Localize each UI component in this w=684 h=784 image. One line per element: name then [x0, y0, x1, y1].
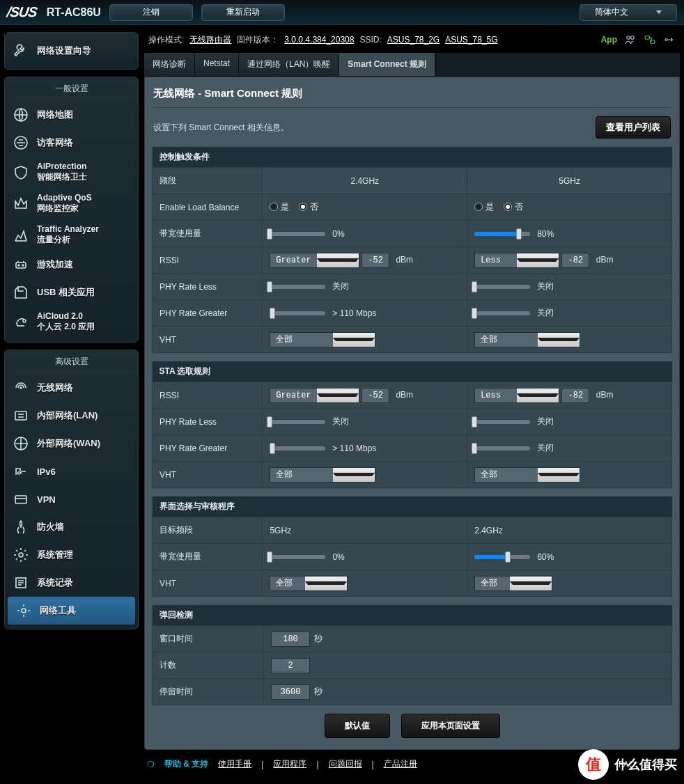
- sidebar-icon: [12, 256, 30, 274]
- radio-no[interactable]: 否: [504, 201, 523, 213]
- select[interactable]: 全部: [474, 576, 552, 591]
- sidebar-icon: [12, 407, 30, 425]
- slider[interactable]: 关闭: [270, 281, 349, 292]
- footer-apps[interactable]: 应用程序: [273, 758, 306, 770]
- sidebar-icon: [12, 518, 30, 536]
- sidebar-item-adv-4[interactable]: VPN: [5, 485, 138, 513]
- rssi-input[interactable]: [362, 253, 389, 268]
- select[interactable]: 全部: [270, 576, 348, 591]
- reboot-button[interactable]: 重新启动: [201, 4, 285, 21]
- fw-link[interactable]: 3.0.0.4.384_20308: [284, 35, 354, 45]
- apply-button[interactable]: 应用本页面设置: [401, 714, 500, 738]
- slider[interactable]: > 110 Mbps: [270, 444, 376, 453]
- rssi-input[interactable]: [561, 253, 589, 268]
- row-target-label: 目标频段: [153, 517, 263, 544]
- sidebar-icon: [12, 379, 30, 397]
- section-header-iface: 界面选择与审核程序: [153, 496, 672, 517]
- row-dwell-label: 停留时间: [153, 679, 264, 705]
- section-header-sta: STA 选取规则: [153, 361, 672, 382]
- default-button[interactable]: 默认值: [325, 714, 390, 738]
- model-label: RT-AC86U: [47, 6, 101, 19]
- ssid1-link[interactable]: ASUS_78_2G: [387, 35, 440, 45]
- tab-2[interactable]: 通过网络（LAN）唤醒: [239, 53, 339, 76]
- slider[interactable]: 60%: [474, 552, 554, 562]
- sidebar-item-gen-2[interactable]: AiProtection智能网络卫士: [5, 157, 138, 188]
- select[interactable]: Less: [474, 388, 559, 403]
- tab-1[interactable]: Netstat: [195, 53, 239, 76]
- slider[interactable]: 关闭: [270, 416, 349, 428]
- sidebar-item-gen-5[interactable]: 游戏加速: [5, 251, 138, 279]
- select[interactable]: 全部: [270, 467, 375, 483]
- footer-register[interactable]: 产品注册: [384, 758, 417, 770]
- unit-dbm: dBm: [396, 390, 413, 400]
- rssi-input[interactable]: [362, 388, 389, 403]
- slider[interactable]: 0%: [270, 552, 344, 562]
- footer-faq[interactable]: FAQ: [619, 760, 635, 769]
- language-select[interactable]: 简体中文: [580, 4, 677, 21]
- target-24: 5GHz: [263, 517, 467, 544]
- select[interactable]: 全部: [474, 467, 580, 483]
- sidebar-item-gen-0[interactable]: 网络地图: [5, 101, 138, 129]
- window-input[interactable]: [271, 632, 310, 647]
- radio-yes[interactable]: 是: [474, 201, 494, 213]
- radio-no[interactable]: 否: [299, 201, 318, 213]
- network-icon[interactable]: [644, 33, 656, 46]
- help-support[interactable]: 帮助 & 支持: [164, 758, 208, 770]
- rssi-input[interactable]: [561, 388, 589, 403]
- sidebar-item-gen-7[interactable]: AiCloud 2.0个人云 2.0 应用: [5, 306, 138, 338]
- tab-0[interactable]: 网络诊断: [144, 53, 195, 76]
- sidebar-item-adv-2[interactable]: 外部网络(WAN): [5, 430, 138, 457]
- opmode-link[interactable]: 无线路由器: [189, 34, 231, 46]
- sidebar-item-adv-7[interactable]: 系统记录: [5, 569, 138, 597]
- slider[interactable]: 关闭: [474, 442, 554, 454]
- sidebar-item-gen-1[interactable]: 访客网络: [5, 129, 138, 157]
- slider[interactable]: 0%: [270, 229, 344, 239]
- slider[interactable]: 关闭: [474, 281, 554, 292]
- select[interactable]: 全部: [474, 332, 580, 347]
- sidebar-item-gen-6[interactable]: USB 相关应用: [5, 279, 138, 306]
- usb-icon[interactable]: [663, 33, 676, 46]
- trigger-condition-table: 控制触发条件 频段 2.4GHz 5GHz Enable Load Balanc…: [152, 147, 672, 353]
- svg-rect-10: [15, 496, 26, 503]
- radio-yes[interactable]: 是: [270, 201, 289, 213]
- row-elb-label: Enable Load Balance: [153, 194, 263, 221]
- slider[interactable]: > 110 Mbps: [270, 308, 376, 318]
- view-client-list-button[interactable]: 查看用户列表: [596, 116, 671, 139]
- sidebar-icon: v6: [12, 462, 30, 480]
- footer-manual[interactable]: 使用手册: [218, 758, 251, 770]
- clients-icon[interactable]: [624, 33, 637, 46]
- interface-select-table: 界面选择与审核程序 目标频段 5GHz 2.4GHz 带宽使用量 0%60% V…: [152, 496, 672, 597]
- sidebar-wizard[interactable]: 网络设置向导: [5, 37, 138, 65]
- slider-value: > 110 Mbps: [332, 308, 376, 318]
- ssid2-link[interactable]: ASUS_78_5G: [445, 35, 497, 45]
- sidebar-item-adv-3[interactable]: v6IPv6: [5, 457, 138, 485]
- sidebar-item-adv-0[interactable]: 无线网络: [5, 374, 138, 402]
- select[interactable]: Less: [474, 253, 559, 268]
- select[interactable]: Greater: [270, 253, 359, 268]
- select[interactable]: 全部: [270, 332, 375, 347]
- ssid-label: SSID:: [359, 35, 381, 45]
- sidebar-item-adv-5[interactable]: 防火墙: [5, 513, 138, 541]
- sidebar-item-adv-1[interactable]: 内部网络(LAN): [5, 402, 138, 430]
- sidebar-item-adv-8[interactable]: 网络工具: [8, 597, 135, 625]
- app-link[interactable]: App: [601, 35, 617, 45]
- svg-point-15: [631, 36, 635, 40]
- slider[interactable]: 80%: [474, 229, 554, 239]
- sidebar-item-adv-6[interactable]: 系统管理: [5, 541, 138, 569]
- sidebar-icon: [12, 313, 30, 331]
- row-vht2-label: VHT: [153, 462, 263, 488]
- tab-3[interactable]: Smart Connect 规则: [339, 53, 435, 76]
- footer-report[interactable]: 问题回报: [329, 758, 362, 770]
- count-input[interactable]: [271, 658, 310, 673]
- slider[interactable]: 关闭: [474, 307, 554, 319]
- sidebar-item-gen-4[interactable]: Traffic Analyzer流量分析: [5, 219, 138, 251]
- sidebar-item-label: 外部网络(WAN): [37, 437, 100, 450]
- slider[interactable]: 关闭: [474, 416, 554, 428]
- sidebar-icon: [12, 226, 30, 244]
- select[interactable]: Greater: [270, 388, 359, 403]
- logout-button[interactable]: 注销: [109, 4, 193, 21]
- sidebar-item-label: USB 相关应用: [37, 286, 95, 299]
- slider-value: 关闭: [332, 281, 349, 292]
- dwell-input[interactable]: [271, 684, 310, 700]
- sidebar-item-gen-3[interactable]: Adaptive QoS网络监控家: [5, 188, 138, 219]
